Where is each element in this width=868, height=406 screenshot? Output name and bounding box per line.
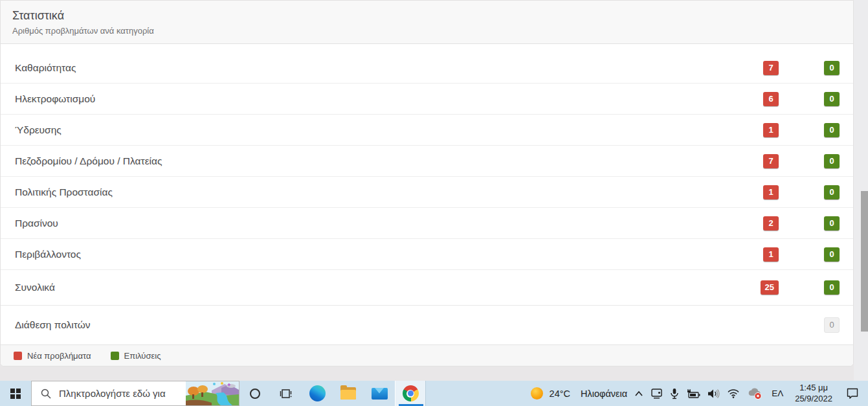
scrollbar-thumb[interactable]: [861, 191, 868, 332]
table-row: Καθαριότητας 7 0: [1, 52, 853, 84]
totals-label: Συνολικά: [15, 282, 749, 293]
chrome-button[interactable]: [395, 381, 426, 406]
weather-condition-label: Ηλιοφάνεια: [581, 389, 627, 399]
category-label: Πεζοδρομίου / Δρόμου / Πλατείας: [15, 155, 749, 167]
citizen-availability-row: Διάθεση πολιτών 0: [1, 306, 853, 344]
legend-item-new: Νέα προβλήματα: [14, 351, 91, 361]
category-label: Πολιτικής Προστασίας: [15, 186, 749, 198]
mail-button[interactable]: [364, 381, 395, 406]
onedrive-tray-button[interactable]: [747, 387, 762, 400]
sun-icon: [531, 387, 543, 400]
language-indicator[interactable]: ΕΛ: [770, 389, 785, 398]
totals-row: Συνολικά 25 0: [1, 270, 853, 306]
taskbar-search[interactable]: Πληκτρολογήστε εδώ για: [31, 381, 239, 406]
new-problems-badge: 1: [763, 185, 779, 199]
battery-tray-button[interactable]: [686, 389, 700, 399]
page-title: Στατιστικά: [12, 9, 840, 23]
task-view-button[interactable]: [271, 381, 302, 406]
edge-icon: [309, 385, 326, 401]
action-center-button[interactable]: [842, 387, 863, 400]
meet-now-button[interactable]: [651, 388, 663, 400]
new-problems-swatch: [14, 352, 22, 360]
file-explorer-icon: [340, 387, 356, 400]
search-highlights-image[interactable]: [186, 381, 239, 405]
windows-logo-icon: [10, 389, 21, 399]
solved-badge: 0: [824, 92, 840, 106]
language-label: ΕΛ: [770, 389, 785, 398]
wifi-icon: [727, 389, 740, 398]
card-header: Στατιστικά Αριθμός προβλημάτων ανά κατηγ…: [1, 1, 853, 44]
search-icon: [41, 389, 51, 399]
solved-badge: 0: [824, 216, 840, 231]
clock-date: 25/9/2022: [795, 394, 832, 405]
temperature-label: 24°C: [550, 389, 570, 399]
totals-new-badge: 25: [761, 280, 779, 295]
clock-time: 1:45 μμ: [795, 383, 832, 394]
cortana-icon: [250, 389, 260, 399]
category-rows: Καθαριότητας 7 0 Ηλεκτροφωτισμού 6 0 Ύδρ…: [1, 44, 853, 344]
category-label: Καθαριότητας: [15, 62, 749, 74]
table-row: Πρασίνου 2 0: [1, 208, 853, 239]
solved-swatch: [111, 352, 119, 360]
new-problems-badge: 7: [763, 61, 779, 75]
legend-new-label: Νέα προβλήματα: [27, 351, 91, 361]
legend-item-solved: Επιλύσεις: [111, 351, 161, 361]
mail-icon: [372, 388, 388, 400]
statistics-card: Στατιστικά Αριθμός προβλημάτων ανά κατηγ…: [0, 0, 854, 367]
new-problems-badge: 6: [763, 92, 779, 106]
search-input[interactable]: Πληκτρολογήστε εδώ για: [59, 388, 186, 399]
vertical-scrollbar[interactable]: [854, 0, 868, 381]
wifi-tray-button[interactable]: [727, 389, 740, 398]
table-row: Ηλεκτροφωτισμού 6 0: [1, 84, 853, 115]
microphone-icon: [670, 388, 679, 400]
battery-charging-icon: [686, 389, 700, 399]
table-row: Περιβάλλοντος 1 0: [1, 239, 853, 270]
category-label: Πρασίνου: [15, 218, 749, 229]
category-label: Περιβάλλοντος: [15, 249, 749, 260]
edge-button[interactable]: [302, 381, 333, 406]
cortana-button[interactable]: [239, 381, 271, 406]
onedrive-error-icon: [747, 387, 762, 400]
task-view-icon: [280, 387, 293, 400]
solved-badge: 0: [824, 247, 840, 262]
availability-badge: 0: [824, 317, 840, 333]
new-problems-badge: 1: [763, 123, 779, 137]
table-row: Ύδρευσης 1 0: [1, 115, 853, 146]
solved-badge: 0: [824, 61, 840, 75]
speaker-icon: [707, 389, 720, 399]
chrome-icon: [403, 385, 419, 401]
table-row: Πολιτικής Προστασίας 1 0: [1, 177, 853, 208]
category-label: Ύδρευσης: [15, 124, 749, 136]
totals-solved-badge: 0: [824, 280, 840, 295]
page-subtitle: Αριθμός προβλημάτων ανά κατηγορία: [12, 26, 840, 36]
action-center-icon: [846, 387, 859, 400]
legend: Νέα προβλήματα Επιλύσεις: [1, 344, 853, 366]
solved-badge: 0: [824, 123, 840, 137]
availability-label: Διάθεση πολιτών: [15, 319, 749, 331]
meet-now-icon: [651, 388, 663, 400]
chevron-up-icon: [634, 390, 643, 397]
volume-tray-button[interactable]: [707, 389, 720, 399]
file-explorer-button[interactable]: [333, 381, 364, 406]
solved-badge: 0: [824, 185, 840, 199]
show-hidden-icons-button[interactable]: [634, 390, 643, 397]
microphone-tray-button[interactable]: [670, 388, 679, 400]
windows-taskbar: Πληκτρολογήστε εδώ για: [0, 381, 868, 406]
new-problems-badge: 1: [763, 247, 779, 262]
start-button[interactable]: [0, 381, 31, 406]
table-row: Πεζοδρομίου / Δρόμου / Πλατείας 7 0: [1, 146, 853, 177]
category-label: Ηλεκτροφωτισμού: [15, 93, 749, 105]
weather-widget[interactable]: 24°C Ηλιοφάνεια: [531, 387, 628, 400]
legend-solved-label: Επιλύσεις: [124, 351, 161, 361]
solved-badge: 0: [824, 154, 840, 168]
new-problems-badge: 2: [763, 216, 779, 231]
new-problems-badge: 7: [763, 154, 779, 168]
clock[interactable]: 1:45 μμ 25/9/2022: [792, 383, 835, 405]
